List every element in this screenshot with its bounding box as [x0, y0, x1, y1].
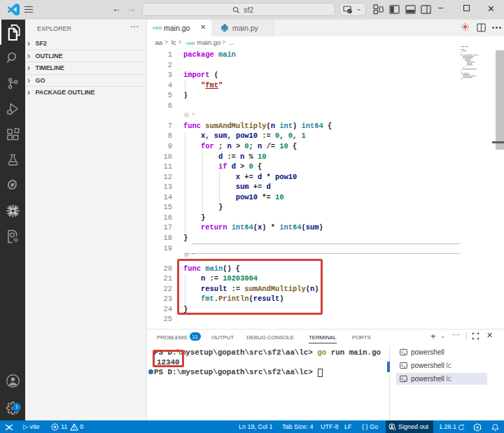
svg-text:GO: GO: [189, 41, 195, 45]
svg-text:GO: GO: [155, 26, 162, 30]
